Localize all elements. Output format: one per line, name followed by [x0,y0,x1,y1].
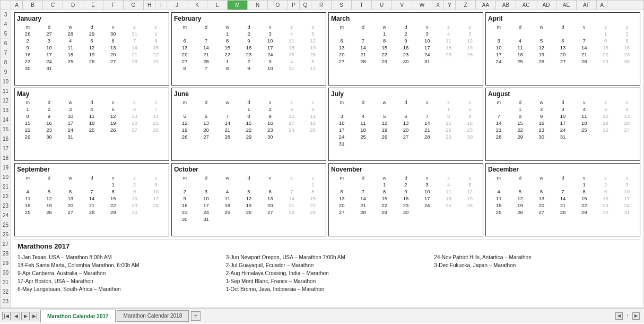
day-header: z [459,175,481,181]
row-27: 27 [1,240,11,249]
day-header: m [331,175,352,181]
row-30: 30 [1,268,11,278]
day-header: z [145,99,167,106]
cal-day: 25 [281,51,302,58]
tab-nav-last[interactable]: ▶| [31,312,39,320]
cal-day: 24 [488,58,509,65]
day-header: z [302,175,324,181]
cal-day: 5 [102,106,124,113]
cal-day: 26 [174,133,195,140]
cal-day: 30 [459,133,481,140]
tab-nav-next[interactable]: ▶ [21,312,30,320]
cal-day [573,30,595,37]
day-header: z [438,175,459,181]
cal-day: 31 [124,30,145,37]
cal-day [174,181,195,188]
cal-day: 30 [17,65,38,72]
tab-marathon-2017[interactable]: Marathon Calendar 2017 [40,310,116,322]
cal-day: 16 [595,195,616,202]
day-header: v [416,175,438,181]
col-D: D [63,1,83,10]
cal-day: 19 [174,126,195,133]
tab-nav-first[interactable]: |◀ [2,312,11,320]
cal-day: 2 [531,106,552,113]
cal-day [281,133,302,140]
cal-day: 21 [195,51,216,58]
col-AA: AA [476,1,496,10]
cal-day: 8 [217,65,238,72]
cal-day: 21 [124,51,145,58]
cal-day: 3 [38,37,59,44]
scroll-left[interactable]: ◀ [615,312,623,320]
cal-day: 25 [17,209,38,216]
day-header: v [102,175,124,181]
tab-nav-prev[interactable]: ◀ [12,312,20,320]
cal-day: 5 [595,106,616,113]
day-header: d [38,24,59,30]
tab-add-button[interactable]: + [191,311,201,321]
cal-day: 27 [395,133,416,140]
cal-day [416,209,438,216]
day-header: z [281,175,302,181]
col-W: W [412,1,432,10]
cal-day: 12 [509,195,530,202]
cal-day: 19 [102,120,124,126]
cal-day: 26 [459,51,481,58]
cal-day: 11 [438,37,459,44]
marathon-entries: 1-Jan Texas, USA – Marathon 8:00h AM18-F… [18,253,637,293]
cal-day: 10 [488,44,509,51]
cal-day: 24 [416,51,438,58]
marathon-col-2: 3-Jun Newport Oregon, USA – Marathon 7:0… [226,253,429,293]
day-header: v [259,175,281,181]
cal-day: 17 [259,44,281,51]
cal-day: 3 [281,106,302,113]
cal-day: 26 [102,126,124,133]
cal-day: 6 [331,37,352,44]
cal-day [217,106,238,113]
col-G: G [124,1,144,10]
row-5: 5 [1,29,11,39]
cal-day [352,30,373,37]
cal-day: 10 [259,65,281,72]
cal-day: 20 [124,120,145,126]
day-header: z [124,24,145,30]
day-header: z [145,24,167,30]
day-header: w [60,99,81,106]
day-header: m [174,99,195,106]
spreadsheet: A B C D E F G H I J K L M N O P Q R S T … [0,0,644,308]
day-header: d [352,175,373,181]
day-header: d [238,24,259,30]
cal-day: 8 [374,188,395,195]
day-header: d [509,99,530,106]
cal-day: 24 [60,126,81,133]
cal-day: 13 [259,195,281,202]
row-9: 9 [1,67,11,77]
cal-day: 19 [374,126,395,133]
col-I: I [155,1,167,10]
cal-table-february: mdwdvzz123456789101112131415161718192021… [174,24,324,72]
cal-table-july: mdwdvzz123456789101112131415161718192021… [331,99,481,147]
row-numbers: 3 4 5 6 7 8 9 10 11 12 13 14 15 16 17 18… [1,10,11,308]
month-title-april: April [488,15,638,22]
cal-day: 21 [145,120,167,126]
cal-day: 10 [616,188,638,195]
cal-day [552,181,573,188]
row-17: 17 [1,144,11,154]
scroll-right[interactable]: ▶ [632,312,640,320]
cal-day: 5 [459,30,481,37]
cal-day: 27 [331,209,352,216]
row-31: 31 [1,278,11,287]
day-header: z [124,175,145,181]
day-header: m [488,99,509,106]
cal-day: 30 [102,30,124,37]
day-header: w [217,99,238,106]
day-header: d [195,99,216,106]
cal-table-october: mdwdvzz123456789101112131415161718192021… [174,175,324,223]
cal-day: 18 [302,120,324,126]
day-header: m [331,24,352,30]
cal-day: 8 [17,113,38,120]
month-title-september: September [17,166,167,173]
cal-day [60,181,81,188]
tab-marathon-2018[interactable]: Marathon Calendar 2018 [117,310,189,322]
cal-day: 21 [352,202,373,209]
